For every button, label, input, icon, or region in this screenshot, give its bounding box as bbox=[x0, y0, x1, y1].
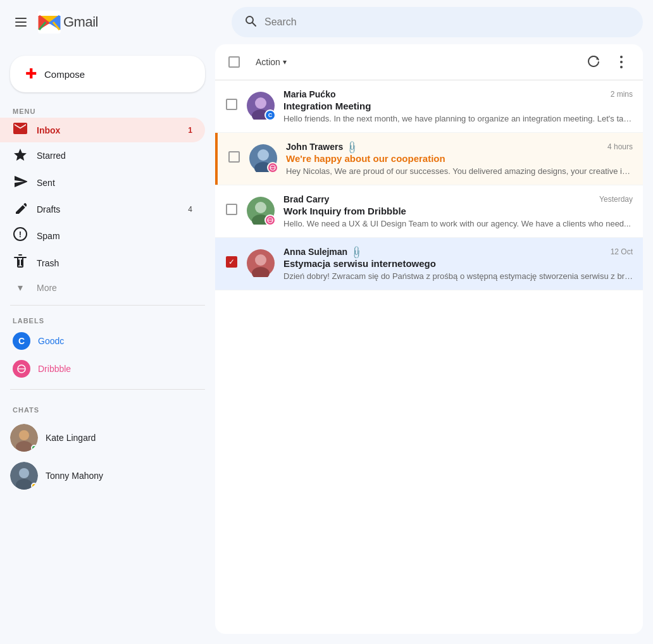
svg-point-43 bbox=[255, 202, 266, 213]
kate-online-indicator bbox=[31, 445, 37, 451]
select-all-checkbox[interactable] bbox=[225, 53, 243, 71]
email-item[interactable]: Anna Sulejman 📎 12 Oct Estymacja serwisu… bbox=[215, 238, 643, 290]
action-chevron-icon: ▾ bbox=[283, 58, 287, 66]
svg-point-29 bbox=[19, 468, 29, 478]
svg-point-33 bbox=[620, 66, 623, 68]
topbar-left: Gmail bbox=[10, 11, 225, 34]
email-preview-4: Dzień dobry! Zwracam się do Państwa z pr… bbox=[283, 271, 633, 281]
svg-point-38 bbox=[258, 149, 269, 161]
sidebar: ✚ Compose MENU Inbox 1 Starred bbox=[0, 44, 215, 644]
dribbble-badge-2 bbox=[267, 162, 278, 173]
email-sender-1: Maria Pućko bbox=[283, 89, 335, 99]
email-time-4: 12 Oct bbox=[611, 247, 633, 256]
email-checkbox-1[interactable] bbox=[225, 98, 238, 111]
spam-label: Spam bbox=[37, 231, 192, 241]
sidebar-item-more[interactable]: ▾ More bbox=[0, 276, 205, 299]
kate-avatar bbox=[10, 424, 38, 452]
chat-item-kate[interactable]: Kate Lingard ⋮ bbox=[0, 419, 215, 457]
checkbox-box-3[interactable] bbox=[226, 204, 237, 215]
trash-label: Trash bbox=[37, 258, 192, 268]
email-avatar-3 bbox=[247, 197, 275, 225]
gmail-m-icon bbox=[38, 11, 61, 34]
action-label: Action bbox=[256, 57, 280, 67]
email-item[interactable]: C Maria Pućko 2 mins Integration Meeting… bbox=[215, 80, 643, 133]
svg-point-48 bbox=[255, 254, 266, 266]
search-bar[interactable] bbox=[232, 7, 643, 37]
svg-point-35 bbox=[255, 97, 266, 109]
inbox-icon bbox=[13, 123, 28, 137]
email-time-3: Yesterday bbox=[599, 195, 633, 204]
refresh-button[interactable] bbox=[582, 51, 605, 73]
email-item[interactable]: Brad Carry Yesterday Work Inquiry from D… bbox=[215, 185, 643, 238]
chats-section-label: CHATS bbox=[0, 401, 215, 419]
starred-label: Starred bbox=[37, 151, 192, 161]
sent-icon bbox=[13, 174, 28, 191]
sidebar-item-trash[interactable]: Trash bbox=[0, 249, 205, 276]
svg-point-32 bbox=[620, 61, 623, 63]
gmail-wordmark: Gmail bbox=[63, 14, 98, 30]
dribbble-icon bbox=[13, 360, 30, 378]
sidebar-item-inbox[interactable]: Inbox 1 bbox=[0, 118, 205, 142]
email-preview-1: Hello friends. In the next month, we hav… bbox=[283, 114, 633, 123]
drafts-count: 4 bbox=[188, 205, 192, 214]
action-dropdown[interactable]: Action ▾ bbox=[248, 53, 294, 71]
main-content: Action ▾ bbox=[215, 44, 643, 634]
menu-section-label: MENU bbox=[0, 102, 215, 118]
labels-section-label: LABELS bbox=[0, 312, 215, 327]
dribbble-badge-3 bbox=[264, 214, 276, 226]
left-accent bbox=[215, 133, 218, 185]
sidebar-item-spam[interactable]: ! Spam bbox=[0, 222, 205, 249]
sidebar-item-starred[interactable]: Starred bbox=[0, 142, 205, 169]
svg-text:!: ! bbox=[19, 230, 22, 239]
email-header-3: Brad Carry Yesterday bbox=[283, 194, 633, 204]
select-all-box[interactable] bbox=[228, 56, 240, 68]
sidebar-item-drafts[interactable]: Drafts 4 bbox=[0, 196, 205, 222]
email-subject-1: Integration Meeting bbox=[283, 101, 633, 111]
goodc-label: Goodc bbox=[38, 336, 64, 346]
search-icon bbox=[244, 15, 257, 30]
compose-button[interactable]: ✚ Compose bbox=[10, 56, 205, 92]
labels-divider bbox=[10, 389, 205, 390]
sidebar-item-sent[interactable]: Sent bbox=[0, 169, 205, 196]
email-time-1: 2 mins bbox=[611, 90, 633, 99]
label-item-dribbble[interactable]: Dribbble bbox=[0, 355, 215, 383]
tonny-name: Tonny Mahony bbox=[46, 471, 186, 481]
email-checkbox-4[interactable] bbox=[225, 256, 238, 268]
more-label: More bbox=[37, 283, 192, 293]
search-input[interactable] bbox=[264, 16, 630, 28]
topbar: Gmail bbox=[0, 0, 653, 44]
checkbox-box-4[interactable] bbox=[226, 256, 237, 268]
email-body-3: Brad Carry Yesterday Work Inquiry from D… bbox=[283, 194, 633, 228]
label-item-goodc[interactable]: C Goodc bbox=[0, 327, 215, 355]
goodc-icon: C bbox=[13, 332, 30, 350]
email-sender-4: Anna Sulejman 📎 bbox=[283, 247, 362, 257]
svg-line-18 bbox=[252, 23, 256, 26]
kate-name: Kate Lingard bbox=[46, 433, 186, 443]
gmail-logo: Gmail bbox=[38, 11, 98, 34]
compose-plus-icon: ✚ bbox=[25, 66, 37, 82]
starred-icon bbox=[13, 147, 28, 164]
more-options-button[interactable] bbox=[610, 51, 633, 73]
email-subject-3: Work Inquiry from Dribbble bbox=[283, 206, 633, 216]
inbox-label: Inbox bbox=[37, 125, 179, 135]
email-body-4: Anna Sulejman 📎 12 Oct Estymacja serwisu… bbox=[283, 247, 633, 281]
trash-icon bbox=[13, 254, 28, 271]
checkbox-box-2[interactable] bbox=[228, 151, 240, 163]
more-chevron-icon: ▾ bbox=[13, 282, 28, 294]
chats-section: CHATS Kate Lingard ⋮ bbox=[0, 396, 215, 500]
email-sender-3: Brad Carry bbox=[283, 194, 329, 204]
attachment-icon-2: 📎 bbox=[345, 139, 359, 154]
sent-label: Sent bbox=[37, 178, 192, 188]
email-body-1: Maria Pućko 2 mins Integration Meeting H… bbox=[283, 89, 633, 123]
svg-point-26 bbox=[19, 430, 29, 440]
email-preview-3: Hello. We need a UX & UI Design Team to … bbox=[283, 219, 633, 228]
chat-item-tonny[interactable]: Tonny Mahony ⋮ bbox=[0, 457, 215, 495]
drafts-icon bbox=[13, 201, 28, 217]
hamburger-menu-button[interactable] bbox=[10, 13, 32, 32]
email-subject-4: Estymacja serwisu internetowego bbox=[283, 258, 633, 269]
email-checkbox-2[interactable] bbox=[228, 151, 240, 163]
email-list: C Maria Pućko 2 mins Integration Meeting… bbox=[215, 80, 643, 634]
email-item[interactable]: John Trawers 📎 4 hours We're happy about… bbox=[215, 133, 643, 185]
checkbox-box-1[interactable] bbox=[226, 99, 237, 110]
email-checkbox-3[interactable] bbox=[225, 203, 238, 216]
